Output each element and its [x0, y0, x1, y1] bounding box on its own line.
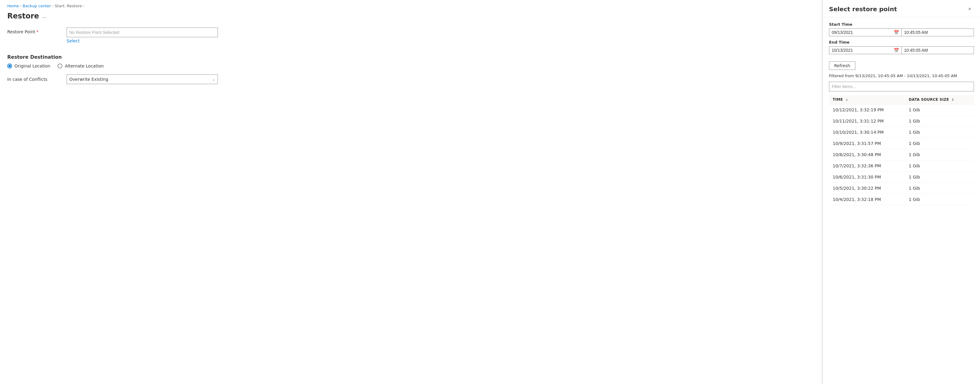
conflicts-label: In case of Conflicts — [7, 77, 62, 82]
restore-point-control: Select — [67, 27, 218, 43]
page-title-area: Restore ... — [0, 11, 822, 27]
breadcrumb-sep-3: › — [83, 4, 84, 8]
right-panel: Select restore point × Start Time 📅 End … — [822, 0, 980, 384]
restore-point-input[interactable] — [67, 27, 218, 37]
row-time: 10/5/2021, 3:30:22 PM — [829, 183, 905, 194]
row-time: 10/10/2021, 3:30:14 PM — [829, 127, 905, 138]
panel-header: Select restore point × — [823, 0, 980, 17]
table-header-row: Time ↓ DATA SOURCE SIZE ↕ — [829, 95, 974, 104]
start-time-wrapper — [902, 29, 974, 36]
restore-destination-heading: Restore Destination — [0, 49, 822, 64]
refresh-button[interactable]: Refresh — [829, 61, 855, 70]
chevron-down-icon: ⌄ — [212, 77, 215, 81]
row-size: 1 Gib — [905, 127, 974, 138]
close-button[interactable]: × — [966, 5, 974, 13]
table-row[interactable]: 10/9/2021, 3:31:57 PM 1 Gib — [829, 138, 974, 149]
table-row[interactable]: 10/8/2021, 3:30:48 PM 1 Gib — [829, 149, 974, 160]
end-date-wrapper: 📅 — [829, 46, 902, 54]
page-title-text: Restore — [7, 12, 39, 20]
radio-original-location[interactable]: Original Location — [7, 64, 50, 69]
required-indicator: * — [36, 29, 38, 34]
filter-info-text: Filtered from 9/13/2021, 10:45:05 AM - 1… — [829, 73, 974, 78]
filter-input[interactable] — [829, 82, 974, 91]
table-row[interactable]: 10/11/2021, 3:31:12 PM 1 Gib — [829, 116, 974, 127]
select-link[interactable]: Select — [67, 38, 218, 43]
table-row[interactable]: 10/5/2021, 3:30:22 PM 1 Gib — [829, 183, 974, 194]
row-size: 1 Gib — [905, 116, 974, 127]
end-time-input[interactable] — [904, 48, 971, 53]
breadcrumb-sep-2: › — [52, 4, 53, 8]
row-size: 1 Gib — [905, 194, 974, 205]
restore-table: Time ↓ DATA SOURCE SIZE ↕ 10/12/2021, 3:… — [829, 95, 974, 205]
start-date-input[interactable] — [832, 30, 894, 35]
page-title-ellipsis[interactable]: ... — [42, 13, 46, 19]
start-time-inputs: 📅 — [829, 29, 974, 36]
table-row[interactable]: 10/7/2021, 3:32:36 PM 1 Gib — [829, 160, 974, 172]
table-row[interactable]: 10/4/2021, 3:32:18 PM 1 Gib — [829, 194, 974, 205]
start-date-wrapper: 📅 — [829, 29, 902, 36]
table-row[interactable]: 10/10/2021, 3:30:14 PM 1 Gib — [829, 127, 974, 138]
row-size: 1 Gib — [905, 160, 974, 172]
breadcrumb-sep-1: › — [20, 4, 21, 8]
panel-title: Select restore point — [829, 5, 897, 13]
row-time: 10/6/2021, 3:31:30 PM — [829, 172, 905, 183]
sort-size-icon: ↕ — [951, 98, 954, 101]
end-date-input[interactable] — [832, 48, 894, 53]
radio-alternate-label: Alternate Location — [65, 64, 103, 69]
sort-time-icon: ↓ — [845, 98, 848, 101]
col-size-header[interactable]: DATA SOURCE SIZE ↕ — [905, 95, 974, 104]
table-row[interactable]: 10/12/2021, 3:32:19 PM 1 Gib — [829, 104, 974, 116]
restore-point-row: Restore Point * Select — [7, 27, 815, 43]
row-time: 10/8/2021, 3:30:48 PM — [829, 149, 905, 160]
row-size: 1 Gib — [905, 104, 974, 116]
restore-point-label: Restore Point * — [7, 27, 62, 34]
conflicts-dropdown[interactable]: Overwrite Existing ⌄ — [67, 75, 218, 84]
restore-table-body: 10/12/2021, 3:32:19 PM 1 Gib 10/11/2021,… — [829, 104, 974, 205]
end-time-inputs: 📅 — [829, 46, 974, 54]
breadcrumb-backup-center[interactable]: Backup center — [23, 4, 51, 8]
end-time-wrapper — [902, 46, 974, 54]
row-time: 10/4/2021, 3:32:18 PM — [829, 194, 905, 205]
conflicts-row: In case of Conflicts Overwrite Existing … — [0, 75, 822, 84]
row-size: 1 Gib — [905, 172, 974, 183]
table-row[interactable]: 10/6/2021, 3:31:30 PM 1 Gib — [829, 172, 974, 183]
start-time-section: Start Time 📅 — [829, 22, 974, 36]
row-time: 10/9/2021, 3:31:57 PM — [829, 138, 905, 149]
radio-alternate-location[interactable]: Alternate Location — [57, 64, 103, 69]
radio-original-label: Original Location — [14, 64, 50, 69]
breadcrumb-home[interactable]: Home — [7, 4, 19, 8]
calendar-icon[interactable]: 📅 — [894, 30, 899, 35]
panel-body: Start Time 📅 End Time 📅 — [823, 17, 980, 384]
row-size: 1 Gib — [905, 138, 974, 149]
radio-alternate-indicator — [57, 64, 62, 69]
left-panel: Home › Backup center › Start: Restore › … — [0, 0, 822, 384]
row-time: 10/11/2021, 3:31:12 PM — [829, 116, 905, 127]
radio-original-indicator — [7, 64, 12, 69]
row-time: 10/7/2021, 3:32:36 PM — [829, 160, 905, 172]
form-section: Restore Point * Select — [0, 27, 822, 43]
row-size: 1 Gib — [905, 183, 974, 194]
row-size: 1 Gib — [905, 149, 974, 160]
start-time-input[interactable] — [904, 30, 971, 35]
start-time-label: Start Time — [829, 22, 974, 27]
breadcrumb-start-restore: Start: Restore — [55, 4, 82, 8]
radio-group: Original Location Alternate Location — [0, 64, 822, 75]
row-time: 10/12/2021, 3:32:19 PM — [829, 104, 905, 116]
end-time-label: End Time — [829, 40, 974, 45]
col-time-header[interactable]: Time ↓ — [829, 95, 905, 104]
breadcrumb: Home › Backup center › Start: Restore › — [0, 0, 822, 11]
calendar-icon-end[interactable]: 📅 — [894, 48, 899, 53]
end-time-section: End Time 📅 — [829, 40, 974, 54]
conflicts-value: Overwrite Existing — [69, 77, 108, 82]
